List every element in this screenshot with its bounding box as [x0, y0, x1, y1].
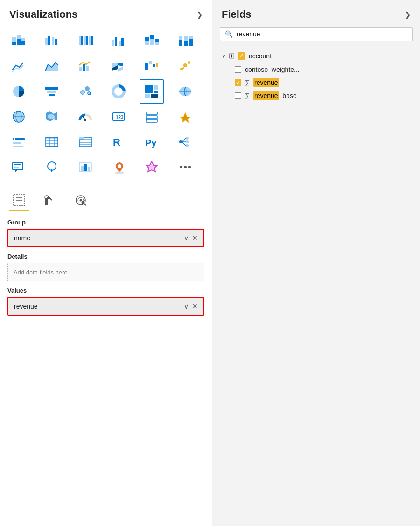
values-field-actions: ∨ ✕ [184, 302, 198, 310]
svg-rect-112 [81, 166, 84, 171]
fields-collapse-button[interactable]: ❯ [405, 10, 411, 19]
svg-point-81 [14, 138, 15, 140]
list-item[interactable]: ∑ revenue [220, 76, 413, 89]
group-field-chevron[interactable]: ∨ [184, 234, 189, 242]
line-chart-icon[interactable] [7, 54, 31, 78]
viz-divider [0, 185, 212, 185]
stacked-column-icon[interactable] [140, 29, 164, 53]
svg-rect-31 [189, 39, 193, 46]
stacked-bar-chart-icon[interactable] [7, 29, 31, 53]
viz-fields-section: Group name ∨ ✕ Details Add data fields h… [0, 211, 212, 526]
svg-rect-2 [17, 35, 21, 39]
line-clustered-icon[interactable] [73, 54, 98, 78]
map-chart-icon[interactable] [173, 79, 197, 104]
scatter-plot-icon[interactable] [73, 79, 98, 104]
fields-search-box[interactable]: 🔍 [220, 27, 413, 41]
area-chart-icon[interactable] [40, 54, 64, 78]
account-group-header[interactable]: ∨ ⊞ ✓ account [220, 49, 413, 63]
revenue-field-label: revenue [253, 79, 279, 86]
q-and-a-icon[interactable] [40, 155, 64, 179]
svg-point-52 [81, 91, 84, 94]
values-field-chip: revenue ∨ ✕ [14, 302, 198, 310]
new-visual-icon[interactable] [73, 155, 98, 179]
svg-rect-8 [52, 37, 54, 45]
contoso-checkbox[interactable] [235, 66, 241, 73]
svg-point-54 [88, 92, 91, 95]
svg-rect-58 [145, 94, 150, 98]
details-label: Details [7, 253, 204, 260]
svg-rect-80 [13, 146, 23, 147]
svg-rect-5 [21, 41, 25, 45]
analytics-tab[interactable] [71, 192, 91, 211]
svg-text:123: 123 [116, 115, 124, 120]
filled-map-icon[interactable] [40, 105, 64, 129]
donut-chart-icon[interactable] [106, 79, 131, 104]
revenue-base-checkbox[interactable] [235, 92, 241, 99]
svg-rect-3 [17, 39, 21, 45]
slicer-icon[interactable] [7, 130, 31, 154]
multi-row-card-icon[interactable] [140, 105, 164, 129]
values-field-chevron[interactable]: ∨ [184, 302, 189, 310]
group-field-remove[interactable]: ✕ [192, 234, 198, 242]
fields-header: Fields ❯ [212, 0, 420, 27]
format-tab[interactable] [40, 192, 60, 211]
fields-panel: Fields ❯ 🔍 ∨ ⊞ ✓ account contoso_weighte… [212, 0, 420, 526]
globe-icon[interactable] [7, 105, 31, 129]
custom-visual-icon[interactable] [140, 155, 164, 179]
svg-rect-15 [91, 36, 93, 45]
table-icon[interactable] [40, 130, 64, 154]
svg-rect-79 [13, 142, 21, 144]
list-item[interactable]: contoso_weighte... [220, 63, 413, 76]
100pct-column-icon[interactable] [173, 29, 197, 53]
svg-rect-20 [145, 41, 149, 45]
revenue-checkbox[interactable] [235, 79, 241, 86]
svg-rect-21 [145, 37, 149, 41]
gauge-chart-icon[interactable] [73, 105, 98, 129]
clustered-bar-chart-icon[interactable] [40, 29, 64, 53]
ribbon-chart-icon[interactable] [106, 54, 131, 78]
svg-rect-104 [13, 162, 23, 170]
clustered-column-icon[interactable] [106, 29, 131, 53]
svg-text:Py: Py [145, 138, 157, 148]
svg-point-120 [184, 166, 187, 168]
fields-tree: ∨ ⊞ ✓ account contoso_weighte... ∑ reven… [212, 47, 420, 106]
r-script-icon[interactable]: R [106, 130, 131, 154]
fields-tab[interactable] [9, 192, 29, 211]
svg-rect-4 [21, 38, 25, 41]
decomp-tree-icon[interactable] [173, 130, 197, 154]
matrix-icon[interactable] [73, 130, 98, 154]
group-drop-zone[interactable]: name ∨ ✕ [7, 229, 204, 247]
more-visuals-icon[interactable] [173, 155, 197, 179]
fields-search-input[interactable] [237, 30, 407, 38]
revenue-base-field-label: revenue_base [253, 92, 297, 99]
values-drop-zone[interactable]: revenue ∨ ✕ [7, 297, 204, 316]
visualizations-collapse-button[interactable]: ❯ [196, 10, 203, 19]
scatter-chart-icon[interactable] [173, 54, 197, 78]
svg-rect-11 [81, 36, 83, 45]
list-item[interactable]: ∑ revenue_base [220, 89, 413, 102]
svg-point-47 [182, 67, 184, 69]
values-field-remove[interactable]: ✕ [192, 302, 198, 310]
visualizations-header: Visualizations ❯ [0, 0, 212, 27]
smart-narrative-icon[interactable] [7, 155, 31, 179]
100pct-stacked-bar-icon[interactable] [73, 29, 98, 53]
kpi-icon[interactable] [173, 105, 197, 129]
tree-expand-icon: ∨ [222, 53, 226, 59]
svg-rect-13 [86, 36, 88, 45]
funnel-chart-icon[interactable] [40, 79, 64, 104]
python-icon[interactable]: Py [140, 130, 164, 154]
waterfall-chart-icon[interactable] [140, 54, 164, 78]
treemap-icon[interactable] [140, 79, 164, 104]
details-drop-zone[interactable]: Add data fields here [7, 263, 204, 281]
svg-rect-7 [48, 36, 50, 45]
svg-rect-33 [79, 67, 82, 71]
svg-rect-17 [115, 37, 117, 46]
svg-marker-37 [118, 63, 123, 66]
pin-map-icon[interactable] [106, 155, 131, 179]
pie-chart-icon[interactable] [7, 79, 31, 104]
card-icon[interactable]: 123 [106, 105, 131, 129]
account-group: ∨ ⊞ ✓ account contoso_weighte... ∑ reven… [220, 49, 413, 102]
visualizations-title: Visualizations [9, 8, 77, 21]
svg-rect-35 [86, 66, 89, 71]
account-checked-icon: ✓ [238, 52, 245, 60]
